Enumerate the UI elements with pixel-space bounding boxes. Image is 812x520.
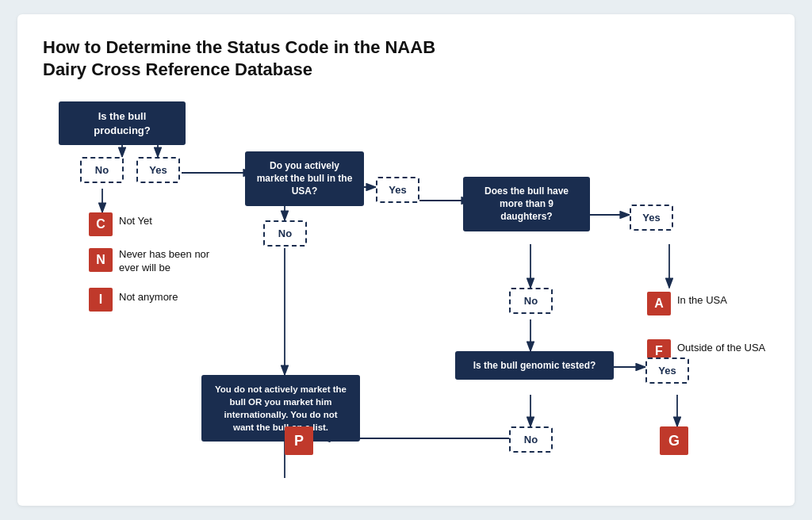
code-p: P (285, 426, 313, 455)
label-a: In the USA (677, 294, 727, 306)
yes4-box: Yes (645, 358, 689, 384)
diagram-container: How to Determine the Status Code in the … (17, 14, 795, 506)
yes1-box: Yes (136, 157, 180, 183)
yes2-box: Yes (376, 177, 419, 203)
code-c: C (89, 212, 113, 236)
no1-box: No (80, 157, 124, 183)
start-box: Is the bull producing? (59, 101, 186, 145)
label-c: Not Yet (119, 215, 152, 227)
yes3-box: Yes (630, 205, 673, 231)
daughters-box: Does the bull have more than 9 daughters… (463, 177, 590, 231)
label-f: Outside of the USA (677, 342, 765, 354)
code-a: A (647, 292, 671, 315)
no3-box: No (509, 288, 553, 314)
flowchart: Is the bull producing? No Yes C Not Yet … (43, 98, 769, 510)
main-title: How to Determine the Status Code in the … (43, 36, 769, 80)
label-n: Never has been nor ever will be (119, 248, 230, 275)
code-n: N (89, 248, 113, 272)
not-active-box: You do not actively market the bull OR y… (201, 375, 360, 442)
no4-box: No (509, 426, 553, 453)
market-usa-box: Do you actively market the bull in the U… (245, 151, 364, 206)
code-i: I (89, 288, 113, 312)
genomic-box: Is the bull genomic tested? (455, 351, 614, 380)
no2-box: No (263, 220, 307, 247)
code-g: G (660, 426, 688, 455)
label-i: Not anymore (119, 291, 178, 303)
